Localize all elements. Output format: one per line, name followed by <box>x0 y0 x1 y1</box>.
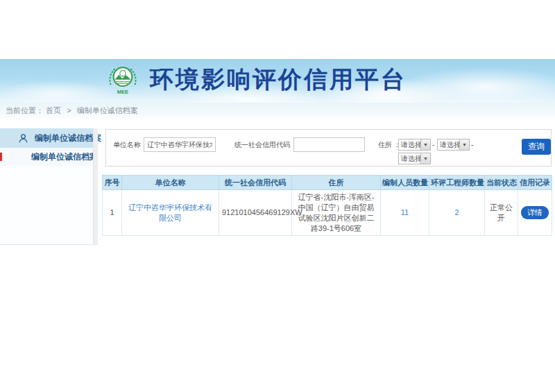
district-select-value: 请选择 <box>399 153 420 164</box>
site-title: 环境影响评价信用平台 <box>150 61 407 97</box>
logo-mee-text: MEE <box>117 89 128 95</box>
province-select-value: 请选择 <box>399 139 420 150</box>
address-label: 住所 ： <box>378 138 401 152</box>
engineer-count-link[interactable]: 2 <box>454 208 459 216</box>
active-item-marker <box>0 153 2 161</box>
user-icon <box>18 133 28 144</box>
address-city-select[interactable]: 请选择 ▼ <box>437 139 470 151</box>
sidebar-item-label: 编制单位诚信档案 <box>31 151 98 163</box>
breadcrumb-current: 编制单位诚信档案 <box>77 106 138 114</box>
sidebar-section-unit-credit-archive[interactable]: 编制单位诚信档案 <box>0 128 98 148</box>
cell-index: 1 <box>103 190 122 236</box>
col-header-address: 住所 <box>292 176 381 190</box>
chevron-down-icon: ▼ <box>420 139 430 150</box>
col-header-unit-name: 单位名称 <box>122 176 219 190</box>
col-header-status: 当前状态 <box>485 176 518 190</box>
col-header-credit-code: 统一社会信用代码 <box>219 176 292 190</box>
results-table: 序号 单位名称 统一社会信用代码 住所 编制人员数量 环评工程师数量 当前状态 … <box>102 175 552 236</box>
chevron-down-icon: ▼ <box>420 153 430 164</box>
cell-credit-code: 9121010456469129XW <box>219 190 292 236</box>
sidebar-item-unit-credit-archive[interactable]: 编制单位诚信档案 <box>0 148 98 166</box>
staff-count-link[interactable]: 11 <box>401 208 409 216</box>
page: MEE 环境影响评价信用平台 当前位置： 首页 > 编制单位诚信档案 编制单位诚… <box>0 0 555 392</box>
address-province-select[interactable]: 请选择 ▼ <box>398 139 431 151</box>
credit-code-label: 统一社会信用代码 ： <box>234 138 290 152</box>
cell-address: 辽宁省-沈阳市-浑南区-中国（辽宁）自由贸易试验区沈阳片区创新二路39-1号60… <box>292 190 381 236</box>
mee-logo-icon: MEE <box>105 61 140 97</box>
col-header-staff-count: 编制人员数量 <box>381 176 429 190</box>
address-district-select[interactable]: 请选择 ▼ <box>398 153 431 164</box>
breadcrumb-separator: > <box>67 106 71 114</box>
sidebar-section-label: 编制单位诚信档案 <box>35 133 101 144</box>
unit-name-input[interactable] <box>144 137 216 152</box>
breadcrumb-prefix: 当前位置： <box>6 106 44 114</box>
col-header-engineer-count: 环评工程师数量 <box>429 176 485 190</box>
breadcrumb: 当前位置： 首页 > 编制单位诚信档案 <box>0 103 555 119</box>
breadcrumb-home-link[interactable]: 首页 <box>46 106 61 114</box>
chevron-down-icon: ▼ <box>459 139 469 150</box>
detail-button[interactable]: 详情 <box>521 206 549 219</box>
credit-code-input[interactable] <box>293 137 365 152</box>
table-row: 1 辽宁中咨华宇环保技术有限公司 9121010456469129XW 辽宁省-… <box>103 190 552 236</box>
address-separator: - <box>471 140 474 148</box>
unit-name-link[interactable]: 辽宁中咨华宇环保技术有限公司 <box>128 203 212 222</box>
address-separator: - <box>432 140 435 148</box>
sidebar: 编制单位诚信档案 编制单位诚信档案 <box>0 128 98 245</box>
col-header-credit-record: 信用记录 <box>518 176 552 190</box>
site-banner: MEE 环境影响评价信用平台 <box>0 59 555 103</box>
city-select-value: 请选择 <box>438 139 459 150</box>
search-form-panel: 单位名称 ： 统一社会信用代码 ： 住所 ： 请选择 ▼ - 请选择 ▼ - 请… <box>105 129 552 167</box>
cell-status: 正常公开 <box>485 190 518 236</box>
table-header-row: 序号 单位名称 统一社会信用代码 住所 编制人员数量 环评工程师数量 当前状态 … <box>103 176 552 190</box>
query-button[interactable]: 查询 <box>522 139 551 155</box>
col-header-index: 序号 <box>103 176 122 190</box>
sidebar-scrollbar[interactable] <box>93 128 98 244</box>
